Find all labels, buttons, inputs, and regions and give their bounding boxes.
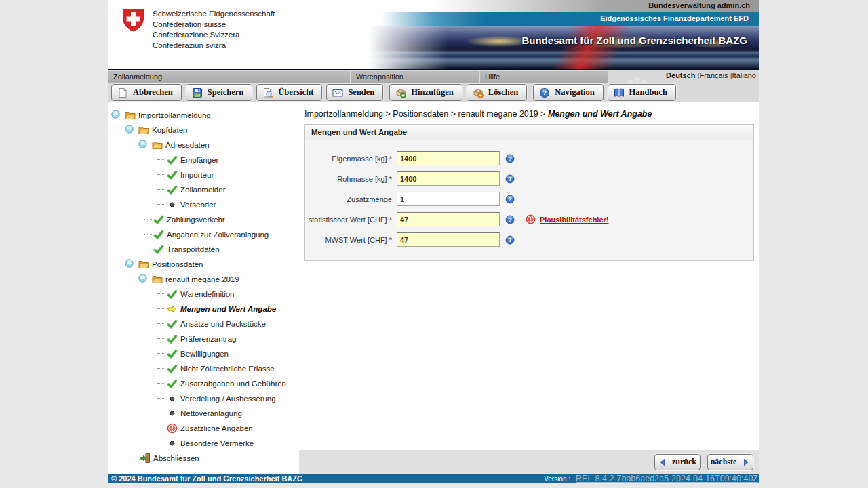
field-help-icon[interactable]: ? bbox=[505, 215, 515, 224]
eigenmasse-kg-input[interactable] bbox=[397, 151, 500, 165]
check-icon bbox=[167, 184, 178, 195]
open-folder-icon bbox=[138, 259, 149, 270]
tree-item-ansätze-und-packstücke[interactable]: Ansätze und Packstücke bbox=[108, 317, 298, 331]
tree-connector bbox=[157, 428, 165, 429]
tree-item-importzollanmeldung[interactable]: Importzollanmeldung bbox=[108, 108, 298, 123]
next-button-label: nächste bbox=[711, 457, 737, 467]
cancel-page-icon bbox=[117, 87, 128, 98]
field-help-icon[interactable]: ? bbox=[505, 154, 515, 163]
field-label: MWST Wert [CHF] * bbox=[305, 236, 397, 244]
tree-item-mengen-und-wert-angabe[interactable]: Mengen und Wert Angabe bbox=[108, 302, 298, 317]
tree-item-kopfdaten[interactable]: Kopfdaten bbox=[108, 123, 298, 138]
field-help-icon[interactable]: ? bbox=[505, 195, 515, 204]
bullet-icon bbox=[167, 393, 178, 404]
zusatzmenge-input[interactable] bbox=[397, 192, 500, 206]
menu-group-zollanmeldung: Zollanmeldung bbox=[108, 71, 350, 83]
check-icon bbox=[153, 244, 164, 255]
handbuch-button[interactable]: Handbuch bbox=[608, 84, 676, 101]
tree-item-positionsdaten[interactable]: Positionsdaten bbox=[108, 257, 298, 272]
field-help-icon[interactable]: ? bbox=[505, 235, 515, 245]
tree-item-versender[interactable]: Versender bbox=[108, 197, 298, 212]
menu-toolbar-strip: Zollanmeldung Warenposition Hilfe Deutsc… bbox=[108, 70, 760, 102]
tree-item-präferenzantrag[interactable]: Präferenzantrag bbox=[108, 331, 298, 346]
plausibility-error-link[interactable]: Plausibilitätsfehler! bbox=[540, 216, 608, 224]
tree-item-abschliessen[interactable]: Abschliessen bbox=[108, 451, 298, 466]
senden-button[interactable]: Senden bbox=[326, 84, 383, 101]
tree-item-importeur[interactable]: Importeur bbox=[108, 167, 298, 182]
l-schen-button[interactable]: Löschen bbox=[467, 84, 527, 101]
abbrechen-button[interactable]: Abbrechen bbox=[111, 84, 182, 101]
tree-item-label: Kopfdaten bbox=[152, 126, 187, 134]
tree-item-besondere-vermerke[interactable]: Besondere Vermerke bbox=[108, 436, 298, 451]
next-arrow-icon bbox=[742, 458, 750, 466]
rohmasse-kg-input[interactable] bbox=[397, 171, 500, 186]
tree-item-label: renault megane 2019 bbox=[165, 275, 239, 283]
collapse-icon[interactable] bbox=[138, 140, 149, 150]
save-disk-icon bbox=[192, 87, 203, 98]
tree-item-transportdaten[interactable]: Transportdaten bbox=[108, 242, 298, 257]
tree-item-renault-megane-2019[interactable]: renault megane 2019 bbox=[108, 272, 298, 287]
tree-connector bbox=[157, 189, 165, 190]
collapse-icon[interactable] bbox=[125, 259, 136, 270]
menu-group-hilfe: Hilfe bbox=[480, 71, 608, 83]
tree-item-zusätzliche-angaben[interactable]: Zusätzliche Angaben bbox=[108, 421, 298, 436]
language-deutsch[interactable]: Deutsch bbox=[666, 71, 695, 79]
check-icon bbox=[153, 214, 164, 225]
language-italiano[interactable]: Italiano bbox=[732, 71, 756, 79]
back-button[interactable]: zurück bbox=[654, 454, 701, 470]
back-arrow-icon bbox=[658, 458, 667, 466]
field-label: Rohmasse [kg] * bbox=[305, 175, 397, 183]
tree-connector bbox=[157, 159, 165, 161]
tree-item-veredelung-ausbesserung[interactable]: Veredelung / Ausbesserung bbox=[108, 391, 298, 406]
tree-item-label: Adressdaten bbox=[165, 141, 210, 149]
statistischer-wert-chf-input[interactable] bbox=[397, 212, 500, 226]
tree-item-bewilligungen[interactable]: Bewilligungen bbox=[108, 346, 298, 361]
tree-item-angaben-zur-zollveranlagung[interactable]: Angaben zur Zollveranlagung bbox=[108, 227, 298, 242]
tree-item-label: Zusatzabgaben und Gebühren bbox=[180, 380, 286, 388]
swiss-confederation-logo: Schweizerische EidgenossenschaftConfédér… bbox=[122, 8, 275, 51]
tree-item-label: Besondere Vermerke bbox=[180, 439, 254, 447]
check-icon bbox=[167, 319, 178, 329]
field-help-icon[interactable]: ? bbox=[505, 174, 515, 184]
-bersicht-button[interactable]: Übersicht bbox=[256, 84, 322, 101]
breadcrumb-separator: > bbox=[383, 109, 393, 119]
collapse-icon[interactable] bbox=[125, 125, 136, 136]
tree-connector bbox=[157, 338, 165, 340]
logo-line: Schweizerische Eidgenossenschaft bbox=[153, 9, 275, 20]
toolbar-button-label: Abbrechen bbox=[133, 87, 173, 98]
check-icon bbox=[167, 378, 178, 389]
breadcrumb-segment: Mengen und Wert Angabe bbox=[548, 109, 652, 119]
mwst-wert-chf-input[interactable] bbox=[397, 232, 500, 247]
tree-connector bbox=[157, 323, 165, 325]
tree-item-nettoveranlagung[interactable]: Nettoveranlagung bbox=[108, 406, 298, 421]
menu-group-warenposition: Warenposition bbox=[351, 71, 479, 83]
version-link[interactable]: REL-8.4.2-7bab6aed2a5-2024-04-16T09:40:4… bbox=[576, 474, 758, 483]
next-button[interactable]: nächste bbox=[707, 454, 753, 470]
tree-item-zusatzabgaben-und-gebühren[interactable]: Zusatzabgaben und Gebühren bbox=[108, 376, 298, 391]
tree-item-label: Präferenzantrag bbox=[180, 335, 236, 343]
language-français[interactable]: Français bbox=[699, 71, 728, 79]
tree-item-adressdaten[interactable]: Adressdaten bbox=[108, 138, 298, 152]
logo-line: Confederazione Svizzera bbox=[153, 30, 275, 41]
open-folder-icon bbox=[152, 274, 163, 285]
hinzuf-gen-button[interactable]: Hinzufügen bbox=[389, 84, 462, 101]
check-icon bbox=[167, 289, 178, 300]
tree-item-warendefinition[interactable]: Warendefinition bbox=[108, 287, 298, 302]
speichern-button[interactable]: Speichern bbox=[186, 84, 252, 101]
breadcrumb-separator: > bbox=[538, 109, 548, 119]
collapse-icon[interactable] bbox=[111, 110, 122, 121]
tree-item-label: Abschliessen bbox=[153, 454, 199, 462]
add-item-icon bbox=[395, 87, 406, 98]
tree-item-empfänger[interactable]: Empfänger bbox=[108, 152, 298, 167]
toolbar-button-label: Speichern bbox=[208, 87, 243, 98]
form-row: Eigenmasse [kg] *? bbox=[305, 151, 753, 165]
svg-text:?: ? bbox=[508, 155, 511, 162]
logo-line: Confederaziun svizra bbox=[153, 41, 275, 52]
tree-item-nicht-zollrechtliche-erlasse[interactable]: Nicht Zollrechtliche Erlasse bbox=[108, 361, 298, 376]
navigation-button[interactable]: ?Navigation bbox=[533, 84, 603, 101]
tree-item-zahlungsverkehr[interactable]: Zahlungsverkehr bbox=[108, 212, 298, 227]
collapse-icon[interactable] bbox=[138, 274, 149, 285]
tree-item-label: Importzollanmeldung bbox=[138, 111, 211, 119]
tree-item-zollanmelder[interactable]: Zollanmelder bbox=[108, 182, 298, 197]
breadcrumb-segment: Positionsdaten bbox=[393, 109, 448, 119]
